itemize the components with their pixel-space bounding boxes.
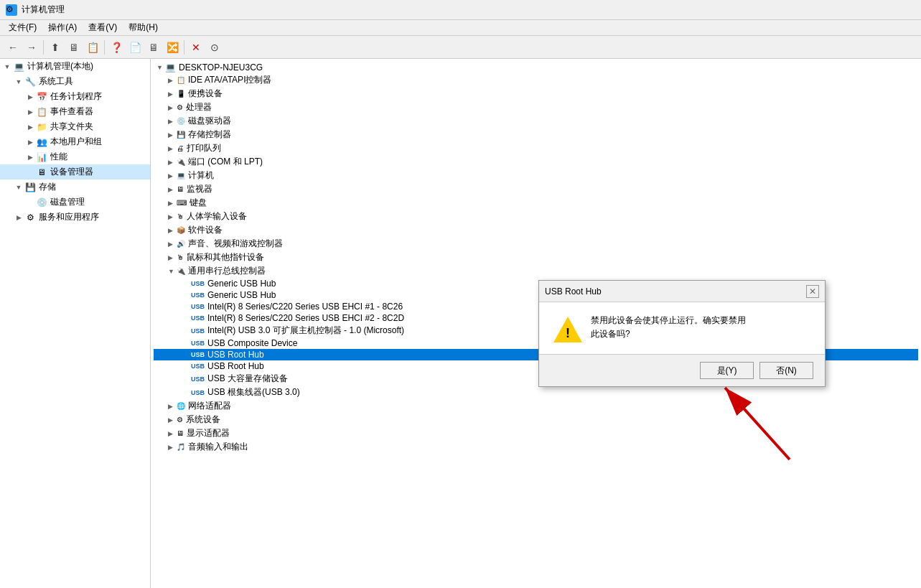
dialog-body: ! 禁用此设备会使其停止运行。确实要禁用此设备吗?: [539, 302, 825, 354]
icon-usb-hub-2: USB: [191, 291, 205, 299]
dialog-close-button[interactable]: ✕: [806, 285, 819, 298]
arrow-computer: ▶: [168, 172, 177, 179]
toolbar-sep-1: [43, 40, 44, 55]
device-portable[interactable]: ▶ 📱 便携设备: [154, 87, 918, 101]
sidebar-item-device-manager[interactable]: 🖥 设备管理器: [0, 164, 150, 179]
device-usb-ctrl[interactable]: ▼ 🔌 通用串行总线控制器: [154, 264, 918, 278]
icon-usb30: USB: [191, 327, 205, 335]
menu-help[interactable]: 帮助(H): [123, 20, 164, 35]
sidebar-item-performance[interactable]: ▶ 📊 性能: [0, 149, 150, 164]
sidebar-item-local-users[interactable]: ▶ 👥 本地用户和组: [0, 134, 150, 149]
label-cpu: 处理器: [186, 101, 212, 113]
device-monitor[interactable]: ▶ 🖥 监视器: [154, 182, 918, 196]
label-usbctrl: 通用串行总线控制器: [188, 265, 266, 277]
label-shared: 共享文件夹: [50, 121, 93, 133]
toolbar: ← → ⬆ 🖥 📋 ❓ 📄 🖥 🔀 ✕ ⊙: [0, 36, 921, 59]
arrow-software: ▶: [168, 227, 177, 234]
label-hid: 人体学输入设备: [187, 210, 247, 223]
device-ports[interactable]: ▶ 🔌 端口 (COM 和 LPT): [154, 155, 918, 169]
label-generic-hub-1: Generic USB Hub: [207, 279, 276, 289]
device-mouse[interactable]: ▶ 🖱 鼠标和其他指针设备: [154, 251, 918, 264]
device-software[interactable]: ▶ 📦 软件设备: [154, 223, 918, 237]
label-root-hub-2: USB Root Hub: [207, 361, 264, 371]
label-disk: 磁盘管理: [50, 196, 85, 208]
left-panel: ▼ 💻 计算机管理(本地) ▼ 🔧 系统工具 ▶ 📅 任务计划程序 ▶ 📋 事件…: [0, 59, 151, 588]
label-storagectrl: 存储控制器: [188, 129, 231, 141]
label-usb30: Intel(R) USB 3.0 可扩展主机控制器 - 1.0 (Microso…: [207, 325, 404, 337]
label-audioio: 音频输入和输出: [188, 441, 248, 453]
device-disk-drive[interactable]: ▶ 💿 磁盘驱动器: [154, 114, 918, 128]
label-ports: 端口 (COM 和 LPT): [188, 156, 263, 168]
arrow-keyboard: ▶: [168, 200, 177, 207]
arrow-desktop: ▼: [156, 64, 165, 71]
icon-audio: 🔊: [177, 240, 185, 248]
up-button[interactable]: ⬆: [47, 39, 64, 56]
sidebar-item-root[interactable]: ▼ 💻 计算机管理(本地): [0, 59, 150, 74]
arrow-print: ▶: [168, 145, 177, 152]
label-print: 打印队列: [187, 142, 221, 154]
device-keyboard[interactable]: ▶ ⌨ 键盘: [154, 196, 918, 210]
sidebar-item-storage[interactable]: ▼ 💾 存储: [0, 179, 150, 195]
menu-action[interactable]: 操作(A): [42, 20, 83, 35]
sidebar-item-disk-mgmt[interactable]: 💿 磁盘管理: [0, 195, 150, 210]
device-usb-root-30[interactable]: USB USB 根集线器(USB 3.0): [154, 386, 918, 399]
menu-file[interactable]: 文件(F): [3, 20, 42, 35]
sidebar-item-services[interactable]: ▶ ⚙ 服务和应用程序: [0, 210, 150, 225]
device-audio[interactable]: ▶ 🔊 声音、视频和游戏控制器: [154, 237, 918, 251]
label-desktop: DESKTOP-NJEU3CG: [179, 62, 263, 73]
icon-monitor: 🖥: [177, 185, 184, 193]
label-system-tools: 系统工具: [39, 75, 73, 88]
sidebar-item-shared-folders[interactable]: ▶ 📁 共享文件夹: [0, 119, 150, 134]
label-network: 网络适配器: [188, 400, 231, 412]
dialog-yes-button[interactable]: 是(Y): [700, 362, 754, 379]
export-button[interactable]: 📋: [84, 39, 101, 56]
device-cpu[interactable]: ▶ ⚙ 处理器: [154, 101, 918, 114]
show-hide-button[interactable]: 🖥: [65, 39, 83, 56]
view2-button[interactable]: 🖥: [145, 39, 162, 56]
help-button[interactable]: ❓: [108, 39, 125, 56]
arrow-storagectrl: ▶: [168, 131, 177, 139]
label-generic-hub-2: Generic USB Hub: [207, 290, 276, 300]
forward-button[interactable]: →: [23, 39, 40, 56]
label-composite: USB Composite Device: [207, 338, 297, 348]
icon-computer: 💻: [177, 172, 185, 179]
device-storage-ctrl[interactable]: ▶ 💾 存储控制器: [154, 128, 918, 141]
device-display[interactable]: ▶ 🖥 显示适配器: [154, 426, 918, 440]
toolbar-sep-2: [104, 40, 105, 55]
app-icon: ⚙: [6, 4, 17, 16]
back-button[interactable]: ←: [4, 39, 22, 56]
arrow-network: ▶: [168, 403, 177, 410]
label-root-30: USB 根集线器(USB 3.0): [207, 386, 300, 398]
device-network[interactable]: ▶ 🌐 网络适配器: [154, 399, 918, 413]
sidebar-item-system-tools[interactable]: ▼ 🔧 系统工具: [0, 74, 150, 89]
icon-root-30: USB: [191, 389, 205, 396]
arrow-display: ▶: [168, 430, 177, 437]
device-computer[interactable]: ▶ 💻 计算机: [154, 169, 918, 182]
arrow-usbctrl: ▼: [168, 268, 177, 275]
delete-button[interactable]: ✕: [187, 39, 205, 56]
label-mass-storage: USB 大容量存储设备: [207, 373, 288, 385]
refresh-button[interactable]: ⊙: [206, 39, 223, 56]
icon-task: 📅: [36, 91, 47, 103]
dialog-no-button[interactable]: 否(N): [759, 362, 813, 379]
device-audio-io[interactable]: ▶ 🎵 音频输入和输出: [154, 440, 918, 454]
arrow-ports: ▶: [168, 159, 177, 166]
icon-software: 📦: [177, 226, 185, 234]
sidebar-item-task-scheduler[interactable]: ▶ 📅 任务计划程序: [0, 89, 150, 104]
arrow-ide: ▶: [168, 77, 177, 84]
device-ide[interactable]: ▶ 📋 IDE ATA/ATAPI控制器: [154, 73, 918, 87]
menu-view[interactable]: 查看(V): [83, 20, 123, 35]
device-system-dev[interactable]: ▶ ⚙ 系统设备: [154, 413, 918, 426]
device-header[interactable]: ▼ 💻 DESKTOP-NJEU3CG: [154, 62, 918, 73]
icon-print: 🖨: [177, 144, 184, 152]
device-hid[interactable]: ▶ 🖱 人体学输入设备: [154, 210, 918, 223]
sidebar-item-event-viewer[interactable]: ▶ 📋 事件查看器: [0, 104, 150, 119]
label-event: 事件查看器: [50, 106, 93, 118]
device-print[interactable]: ▶ 🖨 打印队列: [154, 141, 918, 155]
icon-disk: 💿: [36, 197, 47, 208]
view1-button[interactable]: 📄: [126, 39, 144, 56]
sync-button[interactable]: 🔀: [164, 39, 181, 56]
arrow-shared: ▶: [26, 123, 34, 131]
arrow-portable: ▶: [168, 90, 177, 98]
label-computer: 计算机: [188, 169, 214, 182]
